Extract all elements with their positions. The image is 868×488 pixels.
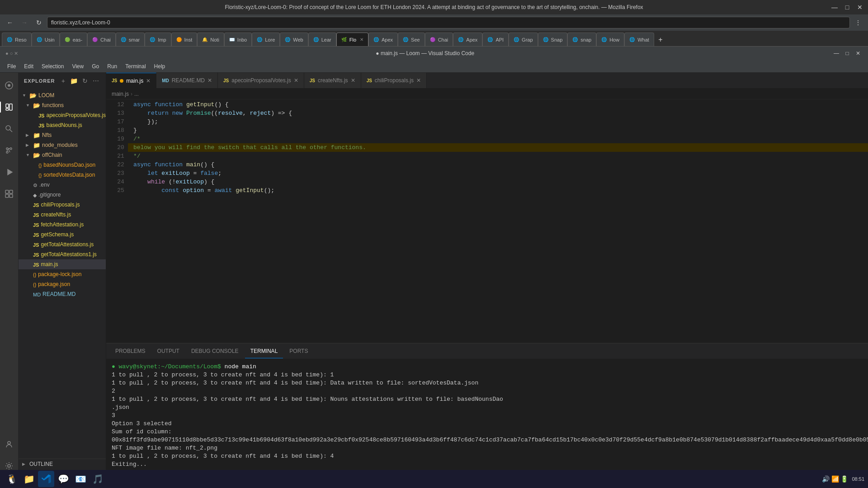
- os-close-button[interactable]: ✕: [855, 3, 864, 12]
- browser-tab-14[interactable]: 🌐Apex: [368, 33, 398, 46]
- browser-tab-21[interactable]: 🌐snap: [567, 33, 596, 46]
- taskbar-app-browser[interactable]: 📁: [21, 471, 37, 487]
- tree-item--env[interactable]: ⚙.env: [19, 180, 106, 190]
- browser-tab-11[interactable]: 🌐Web: [280, 33, 308, 46]
- menu-view[interactable]: View: [68, 62, 87, 70]
- browser-tab-19[interactable]: 🌐Grap: [509, 33, 538, 46]
- vscode-close[interactable]: ✕: [854, 49, 863, 58]
- browser-tab-2[interactable]: 🌐Usin: [32, 33, 60, 46]
- menu-file[interactable]: File: [4, 62, 19, 70]
- menu-terminal[interactable]: Terminal: [122, 62, 149, 70]
- tree-item-createnfts-js[interactable]: JScreateNfts.js: [19, 210, 106, 220]
- tab-output[interactable]: OUTPUT: [152, 344, 185, 358]
- code-line-19[interactable]: /*: [128, 135, 868, 143]
- tree-item-chiliproposals-js[interactable]: JSchiliProposals.js: [19, 200, 106, 210]
- editor-tab-close[interactable]: ✕: [146, 78, 151, 84]
- code-line-21[interactable]: */: [128, 152, 868, 160]
- menu-run[interactable]: Run: [104, 62, 121, 70]
- tab-terminal[interactable]: TERMINAL: [245, 344, 283, 358]
- terminal-output[interactable]: ● wavy@skynet:~/Documents/Loom$ node mai…: [106, 359, 868, 479]
- editor-tab-apecoin[interactable]: JS apecoinProposalVotes.js ✕: [218, 73, 304, 88]
- browser-tab-22[interactable]: 🌐How: [596, 33, 624, 46]
- browser-tab-12[interactable]: 🌐Lear: [308, 33, 336, 46]
- menu-selection[interactable]: Selection: [38, 62, 67, 70]
- taskbar-app-discord[interactable]: 💬: [55, 471, 71, 487]
- browser-tab-10[interactable]: 🌐Lore: [252, 33, 280, 46]
- activity-search[interactable]: [0, 120, 18, 138]
- reload-button[interactable]: ↻: [33, 16, 45, 29]
- code-line-22[interactable]: async function main() {: [128, 160, 868, 169]
- url-bar[interactable]: [47, 17, 850, 28]
- breadcrumb-file[interactable]: main.js: [112, 91, 129, 97]
- browser-tab-17[interactable]: 🌐Apex: [453, 33, 482, 46]
- browser-tab-23[interactable]: 🌐What: [624, 33, 654, 46]
- tree-item-basednounsdao-json[interactable]: {}basedNounsDao.json: [19, 160, 106, 170]
- menu-help[interactable]: Help: [151, 62, 169, 70]
- os-minimize-button[interactable]: —: [830, 3, 839, 12]
- browser-tab-9[interactable]: ✉️Inbo: [224, 33, 252, 46]
- new-folder-button[interactable]: 📁: [70, 76, 79, 85]
- tree-item-basednouns-js[interactable]: JSbasedNouns.js: [19, 120, 106, 130]
- taskbar-app-vscode[interactable]: [38, 471, 54, 487]
- tab-ports[interactable]: PORTS: [284, 344, 313, 358]
- editor-tab-main[interactable]: JS main.js ✕: [106, 73, 156, 88]
- tree-item-package-lock-json[interactable]: {}package-lock.json: [19, 269, 106, 279]
- menu-edit[interactable]: Edit: [20, 62, 37, 70]
- taskbar-app-email[interactable]: 📧: [72, 471, 89, 487]
- vscode-minimize[interactable]: —: [832, 49, 841, 58]
- editor-tab-close[interactable]: ✕: [416, 77, 421, 84]
- browser-tab-4[interactable]: 🟣Chai: [87, 33, 116, 46]
- code-line-13[interactable]: return new Promise((resolve, reject) => …: [128, 109, 868, 117]
- tree-item-fetchattestation-js[interactable]: JSfetchAttestation.js: [19, 220, 106, 230]
- browser-tab-20[interactable]: 🌐Snap: [538, 33, 568, 46]
- code-line-25[interactable]: const option = await getInput();: [128, 186, 868, 195]
- menu-go[interactable]: Go: [88, 62, 103, 70]
- browser-tab-16[interactable]: 🟣Chai: [425, 33, 453, 46]
- taskbar-app-music[interactable]: 🎵: [90, 471, 106, 487]
- activity-debug[interactable]: [0, 163, 18, 181]
- tab-debug-console[interactable]: DEBUG CONSOLE: [186, 344, 244, 358]
- refresh-button[interactable]: ↻: [80, 76, 90, 85]
- tree-item-nfts[interactable]: ▶📁Nfts: [19, 130, 106, 140]
- code-line-23[interactable]: let exitLoop = false;: [128, 169, 868, 178]
- breadcrumb-context[interactable]: ...: [134, 91, 139, 97]
- vscode-maximize[interactable]: □: [843, 49, 852, 58]
- browser-tab-18[interactable]: 🌐API: [482, 33, 509, 46]
- browser-tab-5[interactable]: 🌐smar: [116, 33, 145, 46]
- browser-tab-15[interactable]: 🌐See: [398, 33, 425, 46]
- taskbar-app-files[interactable]: 🐧: [4, 471, 20, 487]
- tree-item--gitignore[interactable]: ◆.gitignore: [19, 190, 106, 200]
- activity-github[interactable]: [0, 76, 18, 94]
- os-maximize-button[interactable]: □: [843, 3, 852, 12]
- tab-problems[interactable]: PROBLEMS: [110, 344, 151, 358]
- activity-extensions[interactable]: [0, 185, 18, 203]
- browser-tab-8[interactable]: 🔔Noti: [197, 33, 224, 46]
- collapse-button[interactable]: ⋯: [91, 76, 100, 85]
- code-line-20[interactable]: below you will find the switch that call…: [128, 143, 868, 152]
- tree-item-apecoinproposalvotes-js[interactable]: JSapecoinProposalVotes.js: [19, 110, 106, 120]
- code-line-12[interactable]: async function getInput() {: [128, 100, 868, 109]
- activity-explorer[interactable]: [0, 98, 18, 116]
- tree-item-offchain[interactable]: ▼📂offChain: [19, 150, 106, 160]
- editor-tab-close[interactable]: ✕: [294, 77, 298, 84]
- browser-tab-3[interactable]: 🟢eas-: [60, 33, 87, 46]
- new-tab-button[interactable]: +: [654, 33, 667, 46]
- tree-item-package-json[interactable]: {}package.json: [19, 279, 106, 289]
- activity-git[interactable]: [0, 141, 18, 160]
- tree-item-gettotalattestations-js[interactable]: JSgetTotalAttestations.js: [19, 239, 106, 249]
- outline-section[interactable]: ▶ OUTLINE: [19, 459, 106, 469]
- browser-tab-13[interactable]: 🌿Flo✕: [336, 33, 368, 46]
- forward-button[interactable]: →: [18, 16, 31, 29]
- tree-item-readme-md[interactable]: MDREADME.MD: [19, 289, 106, 299]
- code-line-17[interactable]: });: [128, 117, 868, 126]
- new-file-button[interactable]: +: [59, 76, 68, 85]
- browser-tab-7[interactable]: 🟠Inst: [171, 33, 198, 46]
- tree-item-main-js[interactable]: JSmain.js: [19, 259, 106, 269]
- back-button[interactable]: ←: [4, 16, 16, 29]
- tree-item-node-modules[interactable]: ▶📁node_modules: [19, 140, 106, 150]
- tree-item-getschema-js[interactable]: JSgetSchema.js: [19, 230, 106, 239]
- tab-close-button[interactable]: ✕: [360, 37, 363, 42]
- editor-tab-close[interactable]: ✕: [208, 77, 212, 84]
- editor-tab-close[interactable]: ✕: [351, 77, 355, 84]
- browser-tab-1[interactable]: 🌐Reso: [2, 33, 32, 46]
